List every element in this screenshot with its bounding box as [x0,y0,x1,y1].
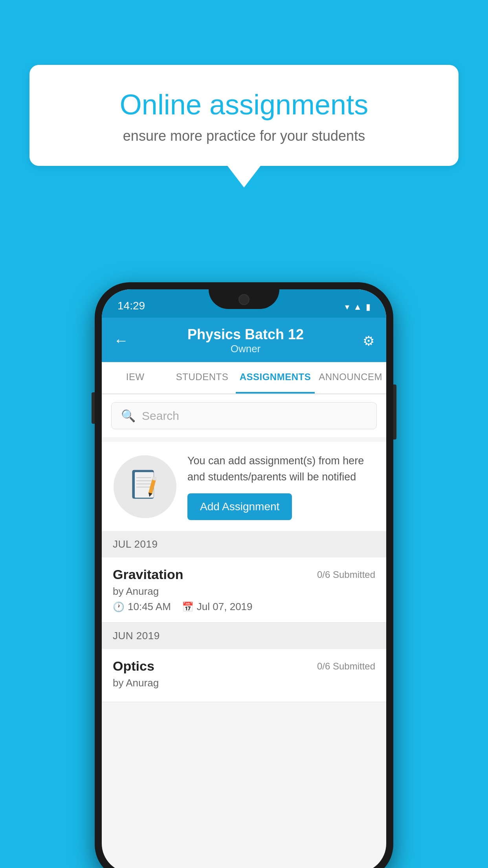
settings-button[interactable]: ⚙ [363,333,374,349]
tab-students[interactable]: STUDENTS [169,362,235,394]
info-description: You can add assignment(s) from here and … [187,453,374,485]
assignment-item-gravitation[interactable]: Gravitation 0/6 Submitted by Anurag 🕐 10… [102,557,386,623]
app-header: ← Physics Batch 12 Owner ⚙ [102,318,386,362]
tab-assignments[interactable]: ASSIGNMENTS [236,362,315,394]
search-bar[interactable]: 🔍 Search [111,402,377,429]
assignment-name: Gravitation [113,567,183,582]
phone-frame: 14:29 ▾ ▲ ▮ ← Physics Batch 12 Owner ⚙ I… [95,282,393,868]
calendar-icon: 📅 [182,601,194,612]
speech-bubble-container: Online assignments ensure more practice … [29,65,459,188]
info-card: You can add assignment(s) from here and … [102,442,386,531]
assignment-submitted-optics: 0/6 Submitted [317,661,375,672]
add-assignment-button[interactable]: Add Assignment [187,493,292,520]
assignment-name-optics: Optics [113,658,154,674]
notebook-icon [129,469,161,504]
power-button [393,384,396,440]
signal-icon: ▲ [353,302,362,312]
header-center: Physics Batch 12 Owner [187,326,304,355]
search-icon: 🔍 [121,409,136,423]
section-header-jul: JUL 2019 [102,531,386,557]
battery-icon: ▮ [366,302,371,312]
assignment-item-optics[interactable]: Optics 0/6 Submitted by Anurag [102,649,386,702]
assignment-date-value: Jul 07, 2019 [197,601,253,613]
assignment-meta: 🕐 10:45 AM 📅 Jul 07, 2019 [113,601,375,613]
search-placeholder: Search [142,409,179,423]
assignment-author: by Anurag [113,585,375,598]
phone-screen: 14:29 ▾ ▲ ▮ ← Physics Batch 12 Owner ⚙ I… [102,289,386,868]
speech-bubble-arrow [227,166,261,188]
status-icons: ▾ ▲ ▮ [345,302,371,312]
phone-notch [209,289,279,309]
wifi-icon: ▾ [345,302,349,312]
phone-camera [238,294,250,305]
search-container: 🔍 Search [102,394,386,437]
status-time: 14:29 [117,300,145,312]
info-icon-circle [114,455,176,518]
volume-button [92,392,95,424]
tab-announcements[interactable]: ANNOUNCEM [315,362,386,394]
section-header-jun: JUN 2019 [102,623,386,649]
batch-title: Physics Batch 12 [187,326,304,343]
speech-bubble-subtitle: ensure more practice for your students [57,128,431,144]
batch-role: Owner [187,343,304,355]
assignment-author-optics: by Anurag [113,677,375,689]
back-button[interactable]: ← [114,332,128,349]
assignment-submitted: 0/6 Submitted [317,569,375,580]
assignment-top-optics: Optics 0/6 Submitted [113,658,375,674]
assignment-top: Gravitation 0/6 Submitted [113,567,375,582]
tab-iew[interactable]: IEW [102,362,169,394]
speech-bubble: Online assignments ensure more practice … [29,65,459,166]
assignment-date: 📅 Jul 07, 2019 [182,601,253,613]
tabs-container: IEW STUDENTS ASSIGNMENTS ANNOUNCEM [102,362,386,394]
assignment-time-value: 10:45 AM [128,601,171,613]
speech-bubble-title: Online assignments [57,88,431,121]
info-content: You can add assignment(s) from here and … [187,453,374,520]
clock-icon: 🕐 [113,601,125,612]
assignment-time: 🕐 10:45 AM [113,601,171,613]
